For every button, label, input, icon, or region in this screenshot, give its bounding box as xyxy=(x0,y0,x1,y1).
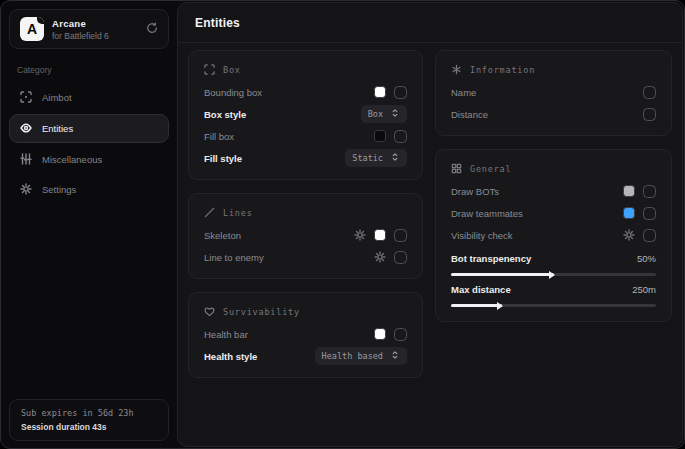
color-swatch[interactable] xyxy=(374,229,386,241)
page-header: Entities xyxy=(178,3,682,43)
skeleton-checkbox[interactable] xyxy=(394,229,407,242)
sidebar-item-label: Miscellaneous xyxy=(42,154,102,165)
setting-row-health-style: Health style Health based xyxy=(204,345,407,367)
setting-row-bounding-box: Bounding box xyxy=(204,81,407,103)
sidebar: A Arcane for Battlefield 6 Category Aimb… xyxy=(1,1,177,448)
right-column: Information Name Distance xyxy=(435,50,672,378)
chevron-up-down-icon xyxy=(390,108,400,120)
eye-icon xyxy=(20,122,32,136)
setting-row-visibility-check: Visibility check xyxy=(451,224,656,246)
bot-transpenency-slider[interactable] xyxy=(451,273,656,276)
card-box: Box Bounding box Box style Box xyxy=(188,50,423,180)
sidebar-item-settings[interactable]: Settings xyxy=(9,176,169,203)
grid-icon xyxy=(451,163,462,176)
setting-row-fill-box: Fill box xyxy=(204,125,407,147)
sidebar-item-entities[interactable]: Entities xyxy=(9,114,169,143)
setting-row-skeleton: Skeleton xyxy=(204,224,407,246)
sub-expires-text: Sub expires in 56d 23h xyxy=(21,408,157,418)
chevron-up-down-icon xyxy=(390,152,400,164)
color-swatch[interactable] xyxy=(374,86,386,98)
setting-row-health-bar: Health bar xyxy=(204,323,407,345)
fill-box-checkbox[interactable] xyxy=(394,130,407,143)
visibility-check-checkbox[interactable] xyxy=(643,229,656,242)
brand-logo: A xyxy=(20,17,44,41)
color-swatch[interactable] xyxy=(374,328,386,340)
slider-fill xyxy=(451,304,502,307)
sidebar-item-label: Entities xyxy=(42,123,73,134)
slider-value: 50% xyxy=(637,253,656,264)
health-bar-checkbox[interactable] xyxy=(394,328,407,341)
heart-icon xyxy=(204,306,215,319)
equalizer-icon xyxy=(20,153,32,167)
setting-row-bot-transpenency: Bot transpenency 50% xyxy=(451,249,656,276)
color-swatch[interactable] xyxy=(374,130,386,142)
max-distance-slider[interactable] xyxy=(451,304,656,307)
card-title: Survivability xyxy=(223,307,300,317)
card-title: Information xyxy=(470,65,535,75)
gear-icon[interactable] xyxy=(354,229,366,241)
sidebar-item-label: Aimbot xyxy=(42,92,72,103)
box-style-select[interactable]: Box xyxy=(361,105,407,123)
category-label: Category xyxy=(17,65,161,75)
asterisk-icon xyxy=(451,64,462,77)
setting-row-box-style: Box style Box xyxy=(204,103,407,125)
session-duration-text: Session duration 43s xyxy=(21,422,157,432)
name-checkbox[interactable] xyxy=(643,86,656,99)
subscription-card: Sub expires in 56d 23h Session duration … xyxy=(9,399,169,441)
left-column: Box Bounding box Box style Box xyxy=(188,50,423,378)
setting-row-max-distance: Max distance 250m xyxy=(451,280,656,307)
chevron-up-down-icon xyxy=(390,350,400,362)
app-window: A Arcane for Battlefield 6 Category Aimb… xyxy=(0,0,685,449)
setting-row-name: Name xyxy=(451,81,656,103)
crosshair-icon xyxy=(20,91,32,105)
brand-game: for Battlefield 6 xyxy=(52,31,138,41)
gear-icon[interactable] xyxy=(374,251,386,263)
color-swatch[interactable] xyxy=(623,207,635,219)
page-title: Entities xyxy=(195,16,240,30)
setting-row-fill-style: Fill style Static xyxy=(204,147,407,169)
card-lines: Lines Skeleton Line to enemy xyxy=(188,193,423,279)
slider-value: 250m xyxy=(632,284,656,295)
setting-row-draw-bots: Draw BOTs xyxy=(451,180,656,202)
setting-row-line-to-enemy: Line to enemy xyxy=(204,246,407,268)
slider-fill xyxy=(451,273,554,276)
setting-row-distance: Distance xyxy=(451,103,656,125)
sidebar-item-label: Settings xyxy=(42,184,76,195)
gear-icon xyxy=(20,183,32,197)
color-swatch[interactable] xyxy=(623,185,635,197)
card-information: Information Name Distance xyxy=(435,50,672,136)
fill-style-select[interactable]: Static xyxy=(345,149,407,167)
bounding-box-checkbox[interactable] xyxy=(394,86,407,99)
gear-icon[interactable] xyxy=(623,229,635,241)
sync-icon[interactable] xyxy=(146,20,158,38)
card-title: Box xyxy=(223,65,241,75)
card-general: General Draw BOTs Draw teammates xyxy=(435,149,672,322)
scan-brackets-icon xyxy=(204,64,215,77)
diagonal-line-icon xyxy=(204,207,215,220)
draw-teammates-checkbox[interactable] xyxy=(643,207,656,220)
sidebar-item-aimbot[interactable]: Aimbot xyxy=(9,84,169,111)
card-title: General xyxy=(470,164,511,174)
setting-row-draw-teammates: Draw teammates xyxy=(451,202,656,224)
health-style-select[interactable]: Health based xyxy=(315,347,407,365)
sidebar-nav: Aimbot Entities Miscellaneous Settings xyxy=(9,84,169,206)
line-to-enemy-checkbox[interactable] xyxy=(394,251,407,264)
sidebar-item-miscellaneous[interactable]: Miscellaneous xyxy=(9,146,169,173)
distance-checkbox[interactable] xyxy=(643,108,656,121)
card-survivability: Survivability Health bar Health style He… xyxy=(188,292,423,378)
main-panel: Entities Box Bounding box xyxy=(177,2,683,447)
card-title: Lines xyxy=(223,208,253,218)
brand-name: Arcane xyxy=(52,18,138,29)
brand-card: A Arcane for Battlefield 6 xyxy=(9,9,169,49)
page-content: Box Bounding box Box style Box xyxy=(178,43,682,385)
draw-bots-checkbox[interactable] xyxy=(643,185,656,198)
